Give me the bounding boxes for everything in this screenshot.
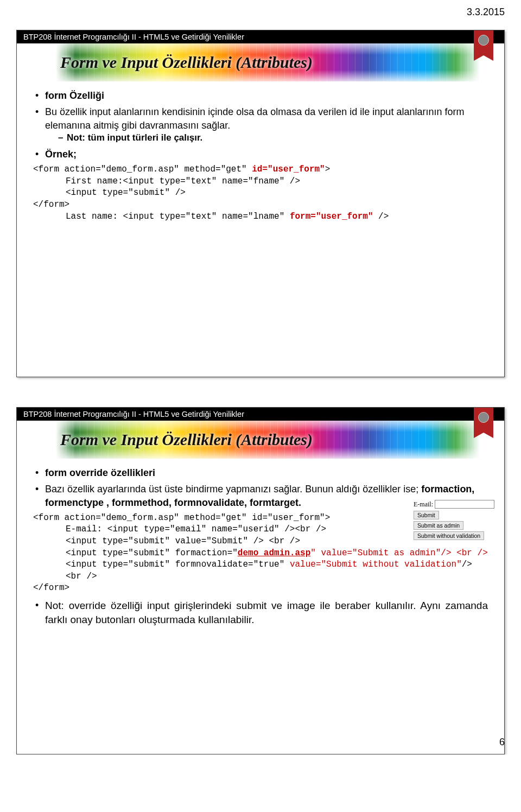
- s2-bullet1: form override özellikleri: [45, 467, 155, 478]
- page-date: 3.3.2015: [467, 7, 505, 18]
- demo-submit-admin-button[interactable]: Submit as admin: [414, 521, 463, 530]
- slide1-title: Form ve Input Özellikleri (Attributes): [60, 53, 313, 72]
- slide2-body: form override özellikleri Bazı özellik a…: [17, 459, 504, 640]
- s1-bullet3: Örnek;: [45, 149, 77, 160]
- logo-icon: [478, 35, 489, 46]
- slide1-course: BTP208 İnternet Programcılığı II - HTML5…: [23, 33, 244, 41]
- slide-2: BTP208 İnternet Programcılığı II - HTML5…: [16, 407, 505, 754]
- logo-icon: [478, 412, 489, 423]
- rainbow-banner: Form ve Input Özellikleri (Attributes): [17, 43, 504, 81]
- ribbon-icon: [474, 30, 493, 55]
- slide2-header: BTP208 İnternet Programcılığı II - HTML5…: [17, 408, 504, 421]
- s1-code: <form action="demo_form.asp" method="get…: [33, 164, 488, 223]
- ribbon-icon: [474, 408, 493, 433]
- slide2-course: BTP208 İnternet Programcılığı II - HTML5…: [23, 410, 244, 418]
- rainbow-banner: Form ve Input Özellikleri (Attributes): [17, 421, 504, 459]
- demo-email-label: E-mail:: [414, 500, 433, 508]
- page-number: 6: [499, 737, 505, 748]
- slide1-body: form Özelliği Bu özellik input alanların…: [17, 81, 504, 233]
- s1-bullet2: Bu özellik input alanlarının kendisinin …: [33, 105, 488, 144]
- demo-email-input[interactable]: [435, 500, 494, 509]
- slide1-header: BTP208 İnternet Programcılığı II - HTML5…: [17, 30, 504, 43]
- s1-bullet1: form Özelliği: [45, 90, 104, 101]
- s1-bullet2-sub: Not: tüm input türleri ile çalışır.: [45, 132, 488, 144]
- form-demo: E-mail: Submit Submit as admin Submit wi…: [414, 500, 494, 540]
- demo-submit-button[interactable]: Submit: [414, 511, 439, 519]
- demo-submit-novalidate-button[interactable]: Submit without validation: [414, 531, 484, 540]
- slide2-title: Form ve Input Özellikleri (Attributes): [60, 430, 313, 449]
- slide-1: BTP208 İnternet Programcılığı II - HTML5…: [16, 30, 505, 377]
- s2-note: Not: override özelliği input girişlerind…: [33, 599, 488, 626]
